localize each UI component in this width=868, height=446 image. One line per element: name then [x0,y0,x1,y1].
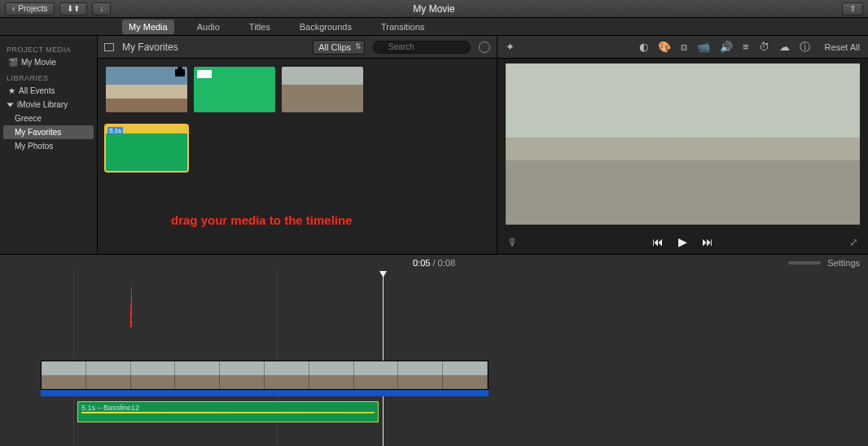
content-filter-icon[interactable] [479,42,490,53]
timecode-total: / 0:08 [430,258,455,268]
film-icon: 🎬 [8,58,18,67]
sidebar-item-my-photos[interactable]: My Photos [3,139,94,153]
audio-waveform [81,412,375,413]
zoom-slider[interactable] [788,261,821,265]
clip-filter-dropdown[interactable]: All Clips [313,40,365,55]
app-window: ‹ Projects ⬇⬆ ↓ My Movie ⇧ My Media Audi… [0,0,868,446]
chevron-left-icon: ‹ [12,4,15,13]
reset-all-button[interactable]: Reset All [825,42,860,52]
fullscreen-icon[interactable]: ⤢ [849,236,858,248]
sidebar-header-libraries: LIBRARIES [7,74,90,82]
next-button[interactable]: ⏭ [702,235,713,248]
media-clip-selected[interactable]: 5.1s [106,125,187,171]
download-icon: ↓ [99,4,103,13]
tab-audio[interactable]: Audio [191,20,226,34]
viewer-panel: ✦ ◐ 🎨 ⧈ 📹 🔊 ≡ ⏱ ☁ ⓘ Reset All 🎙 ⏮ ▶ ⏭ ⤢ [498,36,868,254]
timeline-header: 0:05 / 0:08 Settings [0,255,868,271]
browser-title: My Favorites [122,42,305,53]
sidebar-header-project-media: PROJECT MEDIA [7,46,90,54]
video-audio-strip [41,390,489,396]
sidebar-item-imovie-library[interactable]: iMovie Library [3,98,94,112]
media-clip[interactable] [194,67,275,112]
viewer-toolbar: ✦ ◐ 🎨 ⧈ 📹 🔊 ≡ ⏱ ☁ ⓘ Reset All [498,36,868,59]
camera-icon [175,69,185,77]
tab-my-media[interactable]: My Media [122,20,174,34]
tab-titles[interactable]: Titles [243,20,277,34]
window-title: My Movie [413,3,454,15]
timeline-settings-button[interactable]: Settings [827,258,860,268]
sidebar-item-label: My Movie [21,58,56,67]
search-wrap [373,41,471,54]
video-clip[interactable] [41,361,489,390]
media-clip[interactable] [106,67,187,112]
sidebar-item-my-favorites[interactable]: My Favorites [3,125,94,139]
star-icon: ★ [8,86,15,95]
prev-button[interactable]: ⏮ [652,235,664,248]
media-grid: 5.1s drag your media to the timeline [98,59,497,254]
disclosure-triangle-icon [7,103,14,107]
crop-icon[interactable]: ⧈ [681,41,687,54]
magic-wand-icon[interactable]: ✦ [506,41,515,53]
import-button[interactable]: ⬇⬆ [59,2,87,15]
sidebar-item-all-events[interactable]: ★ All Events [3,84,94,98]
back-label: Projects [18,4,47,13]
titlebar: ‹ Projects ⬇⬆ ↓ My Movie ⇧ [0,0,868,18]
list-view-icon[interactable] [104,43,114,51]
timeline-marker [73,271,74,446]
sidebar: PROJECT MEDIA 🎬 My Movie LIBRARIES ★ All… [0,36,98,254]
stabilize-icon[interactable]: 📹 [697,41,710,53]
tab-transitions[interactable]: Transitions [375,20,431,34]
media-browser: My Favorites All Clips 5.1s drag your me… [98,36,498,254]
browser-toolbar: My Favorites All Clips [98,36,497,59]
annotation-text: drag your media to the timeline [171,213,353,227]
download-button[interactable]: ↓ [92,2,111,15]
audio-clip[interactable]: 5.1s – Bassline12 [77,401,379,422]
volume-icon[interactable]: 🔊 [720,41,733,53]
color-balance-icon[interactable]: ◐ [639,41,648,53]
media-clip[interactable] [282,67,363,112]
main-content: PROJECT MEDIA 🎬 My Movie LIBRARIES ★ All… [0,36,868,254]
play-button[interactable]: ▶ [678,235,687,248]
share-button[interactable]: ⇧ [842,2,863,15]
sidebar-item-label: iMovie Library [17,100,68,109]
timeline[interactable]: 5.1s – Bassline12 [0,271,868,446]
share-icon: ⇧ [849,4,856,13]
noise-reduction-icon[interactable]: ≡ [743,41,749,53]
playhead[interactable] [383,271,384,446]
back-to-projects-button[interactable]: ‹ Projects [5,2,55,15]
preview-frame [506,63,860,225]
color-correction-icon[interactable]: 🎨 [658,41,671,53]
media-tabs: My Media Audio Titles Backgrounds Transi… [0,18,868,36]
clip-duration-tag: 5.1s [107,127,123,134]
sidebar-item-greece[interactable]: Greece [3,112,94,125]
speed-icon[interactable]: ⏱ [759,41,769,53]
timecode-current: 0:05 [413,258,430,268]
sidebar-item-label: All Events [19,86,55,95]
preview-viewport[interactable] [506,63,860,225]
sidebar-item-my-movie[interactable]: 🎬 My Movie [3,55,94,69]
sidebar-item-label: My Favorites [15,128,61,137]
import-icon: ⬇⬆ [67,4,80,13]
playback-controls: 🎙 ⏮ ▶ ⏭ ⤢ [498,230,868,254]
timeline-area: 0:05 / 0:08 Settings 5.1s – Bassline12 [0,254,868,446]
clip-filter-icon[interactable]: ☁ [779,41,790,53]
tab-backgrounds[interactable]: Backgrounds [293,20,358,34]
info-icon[interactable]: ⓘ [800,40,810,55]
search-input[interactable] [373,41,471,54]
sidebar-item-label: Greece [15,114,42,123]
sidebar-item-label: My Photos [15,142,53,151]
microphone-icon[interactable]: 🎙 [507,236,518,248]
